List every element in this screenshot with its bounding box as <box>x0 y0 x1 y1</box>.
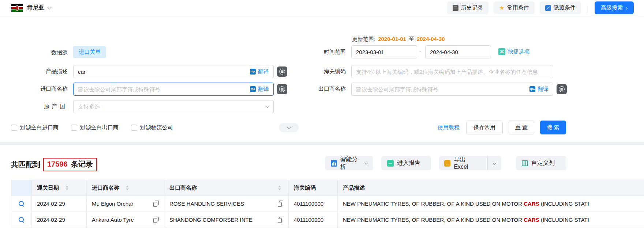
copy-icon[interactable] <box>153 201 159 207</box>
origin-label: 原产国 <box>0 100 68 113</box>
checkbox-filter-blank-exporter[interactable]: 过滤空白出口商 <box>71 124 119 131</box>
analysis-icon <box>331 160 337 167</box>
enter-report-button[interactable]: 进入报告 <box>381 156 431 170</box>
hide-conditions-button[interactable]: ↙↗ 隐藏条件 <box>540 1 581 14</box>
translate-button[interactable]: 中A 翻译 <box>250 86 269 93</box>
sort-icon[interactable] <box>126 186 129 190</box>
time-range-label: 时间范围 <box>278 46 346 58</box>
exporter-name[interactable]: ROSE HANDLING SERVICES <box>169 201 244 207</box>
chevron-down-icon <box>265 104 269 108</box>
quick-options-label: 快捷选项 <box>508 48 530 55</box>
product-desc-label: 产品描述 <box>0 65 68 77</box>
highlighted-keyword: CARS <box>524 201 539 207</box>
country-name: 肯尼亚 <box>27 4 44 12</box>
hide-conditions-label: 隐藏条件 <box>554 4 576 11</box>
importer-name[interactable]: Mt. Elgon Orchar <box>92 201 133 207</box>
checkbox-icon[interactable] <box>11 125 17 131</box>
expand-more-filters-button[interactable] <box>279 123 299 132</box>
checkbox-label: 过滤空白出口商 <box>80 124 119 131</box>
result-count-suffix: 条记录 <box>71 159 93 169</box>
header-label: 出口商名称 <box>169 184 197 191</box>
sort-icon[interactable] <box>65 186 68 190</box>
view-detail-icon[interactable] <box>19 201 25 207</box>
star-icon: ★ <box>499 5 505 11</box>
excel-export-icon: → <box>444 160 450 167</box>
enter-report-label: 进入报告 <box>397 159 420 167</box>
sort-icon[interactable] <box>278 186 281 190</box>
advanced-search-button[interactable]: 高级搜索 › <box>595 1 634 14</box>
product-desc-field[interactable]: 中A 翻译 <box>73 65 274 78</box>
reset-button[interactable]: 重 置 <box>509 121 534 134</box>
translate-label: 翻译 <box>258 68 269 75</box>
header-importer[interactable]: 进口商名称 <box>87 180 164 195</box>
favorites-button[interactable]: ★ 常用条件 <box>494 1 535 14</box>
chevron-down-icon <box>493 161 497 164</box>
hs-code-input[interactable] <box>356 69 548 75</box>
history-button[interactable]: 历史记录 <box>447 1 488 14</box>
chevron-down-icon <box>47 5 51 9</box>
update-range-to: 2024-04-30 <box>417 36 445 43</box>
product-desc-input[interactable] <box>78 69 250 75</box>
quick-options-button[interactable]: ⌘ 快捷选项 <box>498 48 530 55</box>
header-product-desc: 产品描述 <box>338 180 644 195</box>
exporter-field[interactable]: 中A 翻译 <box>351 83 553 96</box>
date-start-field[interactable] <box>351 45 417 58</box>
checkbox-label: 过滤物流公司 <box>140 124 173 131</box>
checkbox-icon[interactable] <box>131 125 137 131</box>
view-detail-icon[interactable] <box>19 217 25 223</box>
origin-placeholder: 支持多选 <box>78 103 100 110</box>
header-exporter[interactable]: 出口商名称 <box>164 180 289 195</box>
columns-icon <box>522 160 528 166</box>
top-bar: 肯尼亚 历史记录 ★ 常用条件 ↙↗ 隐藏条件 高级搜索 › <box>0 0 644 16</box>
date-separator: - <box>419 48 421 54</box>
filter-checkbox-row: 过滤空白进口商 过滤空白出口商 过滤物流公司 <box>11 124 173 131</box>
save-favorite-button[interactable]: 保存常用 <box>466 121 503 134</box>
hs-code: 4011100000 <box>294 217 323 223</box>
collapse-icon: ↙↗ <box>545 5 551 11</box>
chevron-down-icon <box>287 125 291 129</box>
copy-icon[interactable] <box>278 217 283 223</box>
origin-select[interactable]: 支持多选 <box>73 100 274 113</box>
translate-icon: 中A <box>250 86 256 92</box>
checkbox-filter-logistics[interactable]: 过滤物流公司 <box>131 124 173 131</box>
translate-button[interactable]: 中A 翻译 <box>529 86 548 93</box>
table-header-row: 通关日期 进口商名称 出口商名称 海关编码 产品描述 <box>11 180 644 196</box>
update-range-label: 更新范围: <box>352 36 375 43</box>
hs-code: 4011100000 <box>294 201 323 207</box>
date-start-input[interactable] <box>356 49 429 55</box>
importer-field[interactable]: 中A 翻译 <box>73 83 274 96</box>
checkbox-filter-blank-importer[interactable]: 过滤空白进口商 <box>11 124 59 131</box>
hs-code-label: 海关编码 <box>278 65 346 77</box>
header-label: 海关编码 <box>294 184 316 191</box>
header-label: 通关日期 <box>37 184 59 191</box>
data-source-import-tab[interactable]: 进口关单 <box>73 46 106 58</box>
date-end-field[interactable] <box>425 45 491 58</box>
exact-match-toggle[interactable] <box>557 84 567 94</box>
importer-name[interactable]: Ankara Auto Tyre <box>92 217 134 223</box>
export-options-dropdown[interactable] <box>487 156 501 170</box>
highlighted-keyword: CARS <box>524 217 539 223</box>
exporter-name[interactable]: SHANDONG COMFORSER INTE <box>169 217 252 223</box>
country-selector[interactable]: 肯尼亚 <box>11 4 51 12</box>
export-excel-label: 导出Excel <box>454 156 479 170</box>
exporter-input[interactable] <box>356 86 529 92</box>
results-table: 通关日期 进口商名称 出口商名称 海关编码 产品描述 2024-02-29 M <box>11 180 644 228</box>
copy-icon[interactable] <box>153 217 159 223</box>
hs-code-field[interactable] <box>351 65 553 78</box>
table-row[interactable]: 2024-02-29 Mt. Elgon Orchar ROSE HANDLIN… <box>11 196 644 212</box>
custom-columns-button[interactable]: 自定义列 <box>516 156 566 170</box>
translate-button[interactable]: 中A 翻译 <box>250 68 269 75</box>
tutorial-link[interactable]: 使用教程 <box>438 124 460 131</box>
checkbox-icon[interactable] <box>71 125 77 131</box>
table-row[interactable]: 2024-02-29 Ankara Auto Tyre SHANDONG COM… <box>11 212 644 228</box>
importer-input[interactable] <box>78 86 250 92</box>
search-button[interactable]: 搜 索 <box>540 121 566 134</box>
filter-form: 数据源 进口关单 更新范围: 2020-01-01 至 2024-04-30 时… <box>0 16 644 145</box>
date-end-input[interactable] <box>430 49 503 55</box>
command-icon: ⌘ <box>498 48 505 55</box>
export-excel-button[interactable]: → 导出Excel <box>439 156 501 170</box>
translate-icon: 中A <box>250 69 256 75</box>
copy-icon[interactable] <box>278 201 283 207</box>
header-clearance-date[interactable]: 通关日期 <box>32 180 87 195</box>
smart-analysis-button[interactable]: 智能分析 <box>325 156 373 170</box>
